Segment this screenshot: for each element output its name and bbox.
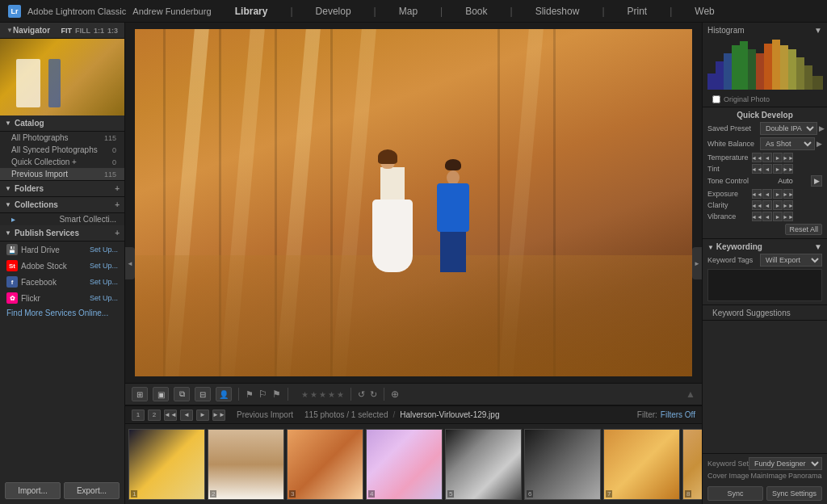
clarity-u-btn[interactable]: ► [773, 200, 783, 210]
navigator-preview[interactable] [0, 39, 124, 116]
orig-photo-checkbox[interactable] [712, 95, 720, 103]
publish-header[interactable]: ▼ Publish Services + [0, 225, 124, 242]
right-panel-collapse[interactable]: ► [692, 247, 702, 279]
histogram-expand[interactable]: ▼ [814, 26, 822, 35]
thumb-7[interactable]: 7 [603, 429, 680, 500]
exp-u-btn[interactable]: ► [773, 189, 783, 199]
navigator-header[interactable]: ▼ Navigator FIT FILL 1:1 1:3 [0, 23, 124, 39]
publish-adobe-stock[interactable]: St Adobe Stock Set Up... [0, 258, 124, 274]
collections-header[interactable]: ▼ Collections + [0, 197, 124, 213]
wb-arrow[interactable]: ▶ [817, 140, 822, 148]
temp-uu-btn[interactable]: ►► [783, 153, 793, 162]
left-panel-collapse[interactable]: ◄ [125, 247, 135, 279]
nav-prev-btn[interactable]: ◄ [180, 410, 193, 421]
reset-all-btn[interactable]: Reset All [785, 224, 822, 235]
nav-next-btn[interactable]: ► [196, 410, 209, 421]
thumb-5[interactable]: 5 [445, 429, 522, 500]
flickr-setup[interactable]: Set Up... [90, 294, 118, 302]
star-2[interactable]: ★ [310, 390, 317, 399]
kw-tags-dropdown[interactable]: Will Export [760, 254, 822, 267]
page-1-btn[interactable]: 1 [132, 410, 145, 421]
keyword-input-area[interactable] [707, 269, 822, 301]
rotate-right-btn[interactable]: ↻ [370, 389, 377, 400]
thumb-8[interactable]: 8 [682, 429, 702, 500]
kwset-tag-3[interactable]: Panorama [788, 472, 822, 480]
clarity-dd-btn[interactable]: ◄◄ [752, 200, 762, 210]
tint-d-btn[interactable]: ◄ [762, 164, 772, 174]
view-grid-btn[interactable]: ⊞ [132, 387, 148, 401]
nav-develop[interactable]: Develop [313, 4, 355, 19]
spray-tool-btn[interactable]: ⊕ [391, 388, 399, 400]
publish-hard-drive[interactable]: 💾 Hard Drive Set Up... [0, 242, 124, 258]
rotate-left-btn[interactable]: ↺ [358, 389, 365, 400]
thumb-2[interactable]: 2 [208, 429, 284, 500]
nav-fill[interactable]: FILL [75, 27, 90, 35]
star-3[interactable]: ★ [319, 390, 326, 399]
nav-fit[interactable]: FIT [61, 27, 72, 35]
tint-dd-btn[interactable]: ◄◄ [752, 164, 762, 174]
temp-u-btn[interactable]: ► [773, 153, 783, 162]
nav-map[interactable]: Map [396, 4, 421, 19]
publish-facebook[interactable]: f Facebook Set Up... [0, 274, 124, 290]
vibrance-d-btn[interactable]: ◄ [762, 212, 772, 221]
star-4[interactable]: ★ [328, 390, 335, 399]
publish-flickr[interactable]: ✿ Flickr Set Up... [0, 290, 124, 306]
import-button[interactable]: Import... [5, 482, 61, 499]
thumb-4[interactable]: 4 [366, 429, 443, 500]
hdd-setup[interactable]: Set Up... [90, 246, 118, 254]
sync-settings-btn[interactable]: Sync Settings [766, 486, 822, 501]
temp-d-btn[interactable]: ◄ [762, 153, 772, 162]
page-2-btn[interactable]: 2 [148, 410, 161, 421]
smart-collection[interactable]: ▸ Smart Collecti... [0, 213, 124, 225]
publish-more[interactable]: Find More Services Online... [0, 306, 124, 320]
fb-setup[interactable]: Set Up... [90, 278, 118, 286]
flag-pick-btn[interactable]: ⚑ [272, 388, 281, 400]
adobe-setup[interactable]: Set Up... [90, 262, 118, 270]
thumb-6[interactable]: 6 [524, 429, 601, 500]
star-1[interactable]: ★ [301, 390, 309, 399]
filmstrip-expand-icon[interactable]: ▲ [686, 388, 695, 400]
wb-dropdown[interactable]: As Shot [760, 137, 815, 150]
nav-library[interactable]: Library [232, 4, 271, 19]
nav-prev-prev-btn[interactable]: ◄◄ [164, 410, 177, 421]
catalog-synced[interactable]: All Synced Photographs 0 [0, 144, 124, 156]
nav-1to3[interactable]: 1:3 [107, 27, 118, 35]
tint-u-btn[interactable]: ► [773, 164, 783, 174]
kwset-tag-1[interactable]: Cover Image [707, 472, 749, 480]
catalog-prev-import[interactable]: Previous Import 115 [0, 168, 124, 180]
tone-ctrl-arrow-btn[interactable]: ▶ [811, 175, 822, 187]
nav-slideshow[interactable]: Slideshow [532, 4, 583, 19]
nav-web[interactable]: Web [691, 4, 717, 19]
kwset-tag-2[interactable]: MainImage [751, 472, 787, 480]
catalog-all-photos[interactable]: All Photographs 115 [0, 132, 124, 144]
catalog-quick-collection[interactable]: Quick Collection + 0 [0, 156, 124, 168]
main-photo-canvas[interactable] [125, 23, 702, 383]
exp-dd-btn[interactable]: ◄◄ [752, 189, 762, 199]
keywording-expand[interactable]: ▼ [814, 242, 822, 251]
filter-value[interactable]: Filters Off [661, 410, 695, 419]
thumb-1[interactable]: 1 [128, 429, 205, 500]
view-loupe-btn[interactable]: ▣ [153, 387, 169, 401]
catalog-header[interactable]: ▼ Catalog [0, 116, 124, 132]
folders-header[interactable]: ▼ Folders + [0, 180, 124, 197]
temp-dd-btn[interactable]: ◄◄ [752, 153, 762, 162]
view-survey-btn[interactable]: ⊟ [195, 387, 211, 401]
clarity-d-btn[interactable]: ◄ [762, 200, 772, 210]
sync-btn[interactable]: Sync [707, 486, 763, 501]
flag-reject-btn[interactable]: ⚑ [246, 389, 254, 400]
vibrance-uu-btn[interactable]: ►► [783, 212, 793, 221]
vibrance-u-btn[interactable]: ► [773, 212, 783, 221]
clarity-uu-btn[interactable]: ►► [783, 200, 793, 210]
nav-1to1[interactable]: 1:1 [94, 27, 104, 35]
kwset-dropdown[interactable]: Fundy Designer [749, 457, 822, 470]
saved-preset-dropdown[interactable]: Double IPA [760, 122, 817, 135]
exp-uu-btn[interactable]: ►► [783, 189, 793, 199]
flag-unflag-btn[interactable]: ⚐ [258, 388, 267, 400]
nav-book[interactable]: Book [462, 4, 490, 19]
thumb-3[interactable]: 3 [287, 429, 363, 500]
nav-print[interactable]: Print [624, 4, 651, 19]
preset-arrow[interactable]: ▶ [819, 124, 825, 132]
exp-d-btn[interactable]: ◄ [762, 189, 772, 199]
tint-uu-btn[interactable]: ►► [783, 164, 793, 174]
publish-plus[interactable]: + [115, 229, 120, 237]
